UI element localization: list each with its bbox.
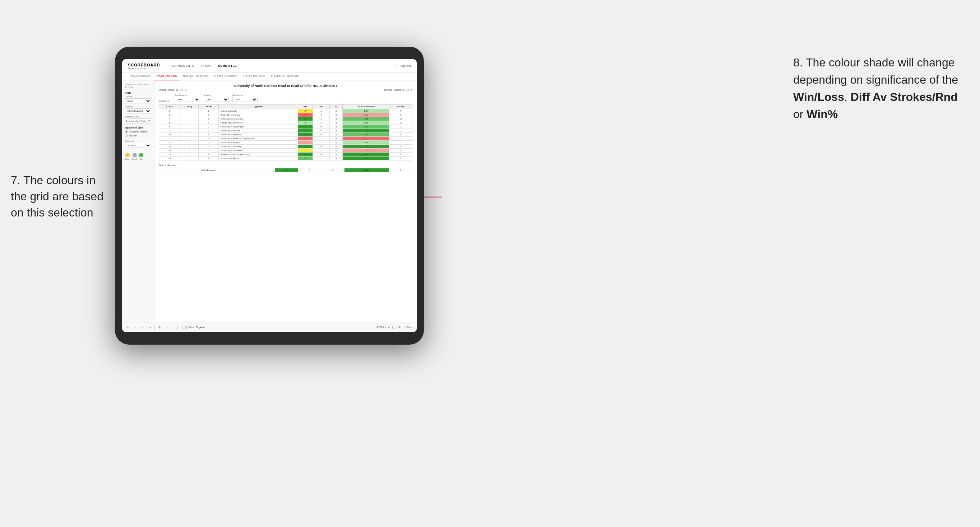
gender-label: Gender bbox=[125, 95, 151, 98]
conference-dropdown[interactable]: (All) bbox=[175, 97, 200, 102]
toolbar-right: 👁 Watch ▼ 💬 ⊞ ↗ Share bbox=[376, 326, 413, 329]
cell-tie: 0 bbox=[329, 152, 342, 157]
nav-teams[interactable]: TEAMS bbox=[198, 63, 215, 69]
cell-rank: 4 bbox=[159, 117, 180, 121]
cell-conf: 3 bbox=[199, 141, 219, 144]
cell-tie: 0 bbox=[329, 137, 342, 141]
radio-opponents-played[interactable]: Opponents Played bbox=[125, 130, 151, 133]
ood-spacer bbox=[258, 168, 275, 172]
cell-diff: 2.33 bbox=[343, 141, 390, 144]
cell-conf: 2 bbox=[199, 125, 219, 129]
watch-btn[interactable]: 👁 Watch ▼ bbox=[376, 326, 390, 329]
cell-rounds: 3 bbox=[390, 125, 412, 129]
cell-opponent: Vanderbilt University bbox=[219, 113, 298, 117]
present-btn[interactable]: ⊞ bbox=[398, 326, 401, 329]
subnav-player-h2h-heatmap[interactable]: PLAYER H2H HEATMAP bbox=[268, 73, 302, 80]
cell-opponent: University of Oklahoma bbox=[219, 149, 298, 152]
cell-diff: 2.28 bbox=[343, 117, 390, 121]
cell-diff: 4.50 bbox=[343, 152, 390, 157]
legend-up-circle bbox=[139, 153, 143, 157]
nav-tournaments[interactable]: TOURNAMENTS bbox=[167, 63, 197, 69]
cell-loss: 0 bbox=[313, 152, 329, 157]
ood-tie: 0 bbox=[321, 168, 344, 172]
grid-area: University of North Carolina Head-to-Hea… bbox=[154, 80, 417, 322]
nav-bar: SCOREBOARD Powered by clippd TOURNAMENTS… bbox=[122, 59, 417, 73]
out-of-division-title: Out of division bbox=[159, 164, 412, 167]
subnav-player-h2h-grid[interactable]: PLAYER H2H GRID bbox=[240, 73, 268, 80]
school-label: School (Rank) bbox=[125, 116, 151, 118]
colour-by-label: Colour by bbox=[125, 140, 151, 142]
cell-conf: 2 bbox=[199, 113, 219, 117]
cell-rounds: 9 bbox=[390, 109, 412, 113]
cell-rounds: 3 bbox=[390, 141, 412, 144]
cell-rank: 3 bbox=[159, 113, 180, 117]
cell-reg: - bbox=[180, 149, 199, 152]
cell-reg: - bbox=[180, 152, 199, 157]
undo-btn[interactable]: ↩ bbox=[126, 325, 131, 330]
colour-by-dropdown[interactable]: Win/loss bbox=[125, 143, 151, 148]
redo-btn[interactable]: ↪ bbox=[133, 325, 138, 330]
cell-opponent: University of Arizona bbox=[219, 129, 298, 133]
annotation-left: 7. The colours in the grid are based on … bbox=[11, 172, 108, 221]
out-of-division-table: NCAA Division II 1 0 0 26.00 3 bbox=[159, 168, 412, 172]
grid-title: University of North Carolina Head-to-Hea… bbox=[159, 84, 412, 87]
cell-loss: 0 bbox=[313, 129, 329, 133]
school-input[interactable]: 1. University of Nort... ▼ bbox=[125, 119, 151, 124]
cell-diff: 1.67 bbox=[343, 109, 390, 113]
cell-rounds: 3 bbox=[390, 137, 412, 141]
cell-reg: - bbox=[180, 157, 199, 160]
subnav-team-h2h-grid[interactable]: TEAM H2H GRID bbox=[154, 73, 180, 80]
clock-btn[interactable]: 🕐 bbox=[174, 325, 180, 330]
subnav-team-h2h-heatmap[interactable]: TEAM H2H HEATMAP bbox=[180, 73, 211, 80]
cell-conf: 1 bbox=[199, 129, 219, 133]
cell-rounds: 2 bbox=[390, 129, 412, 133]
copy-btn[interactable]: ⊞ bbox=[157, 325, 162, 330]
nav-committee[interactable]: COMMITTEE bbox=[215, 63, 240, 69]
bottom-toolbar: ↩ ↪ ↩ ↪ ⊞ ⋯ 🕐 📋 View: Original 👁 Watch ▼… bbox=[122, 322, 417, 332]
cell-rank: 8 bbox=[159, 125, 180, 129]
division-label: Division bbox=[125, 106, 151, 108]
table-row: 3 - 2 Vanderbilt University 0 4 0 -2.29 … bbox=[159, 113, 412, 117]
filters-row: Opponents: Conference (All) Region (All) bbox=[159, 94, 412, 102]
view-label: 📋 View: Original bbox=[185, 326, 204, 329]
tablet-screen: SCOREBOARD Powered by clippd TOURNAMENTS… bbox=[122, 59, 417, 332]
share-btn[interactable]: ↗ Share bbox=[403, 326, 413, 329]
h2h-table: # Rank # Reg # Conf Opponent Win Loss Ti… bbox=[159, 104, 412, 160]
cell-conf: 5 bbox=[199, 133, 219, 137]
subnav-player-summary[interactable]: PLAYER SUMMARY bbox=[211, 73, 240, 80]
table-row: 14 - 2 University of Oklahoma 2 1 0 -1.0… bbox=[159, 149, 412, 152]
table-row: 9 - 1 University of Arizona 1 0 0 9.00 2 bbox=[159, 129, 412, 133]
sign-out-link[interactable]: Sign out bbox=[396, 64, 411, 67]
region-dropdown[interactable]: (All) bbox=[204, 97, 229, 102]
table-row: 8 - 2 University of Washington 1 0 0 3.6… bbox=[159, 125, 412, 129]
division-dropdown[interactable]: NCAA Division I bbox=[125, 108, 151, 113]
cell-diff: 3.67 bbox=[343, 125, 390, 129]
cell-loss: 1 bbox=[313, 149, 329, 152]
cell-win: 3 bbox=[298, 133, 313, 137]
cell-opponent: Texas Tech University bbox=[219, 144, 298, 149]
opponent-dropdown[interactable]: (All) bbox=[232, 97, 258, 102]
forward-btn[interactable]: ↪ bbox=[147, 325, 152, 330]
cell-loss: 0 bbox=[313, 144, 329, 149]
gender-dropdown[interactable]: Men's bbox=[125, 98, 151, 103]
cell-rounds: 12 bbox=[390, 121, 412, 125]
legend-down-circle bbox=[126, 153, 130, 157]
table-row: 12 - 3 University of Virginia 1 2 0 2.33… bbox=[159, 141, 412, 144]
conference-label: Conference bbox=[175, 94, 200, 96]
radio-top100[interactable]: Top 100 bbox=[125, 134, 151, 137]
more-btn[interactable]: ⋯ bbox=[164, 325, 170, 330]
conference-filter: Conference (All) bbox=[175, 94, 200, 102]
cell-reg: - bbox=[180, 137, 199, 141]
cell-conf: 2 bbox=[199, 121, 219, 125]
division-record: Division Record: 88 - 17 - 0 bbox=[384, 89, 412, 91]
feedback-btn[interactable]: 💬 bbox=[392, 326, 396, 329]
cell-win: 1 bbox=[298, 125, 313, 129]
cell-opponent: University of Alabama bbox=[219, 133, 298, 137]
back-btn[interactable]: ↩ bbox=[140, 325, 145, 330]
th-loss: Loss bbox=[313, 105, 329, 109]
subnav-team-summary[interactable]: TEAM SUMMARY bbox=[128, 73, 154, 80]
cell-conf: 7 bbox=[199, 157, 219, 160]
cell-rounds: 9 bbox=[390, 149, 412, 152]
cell-tie: 0 bbox=[329, 113, 342, 117]
table-row: 16 - 7 University of Florida 3 1 0 6.62 … bbox=[159, 157, 412, 160]
